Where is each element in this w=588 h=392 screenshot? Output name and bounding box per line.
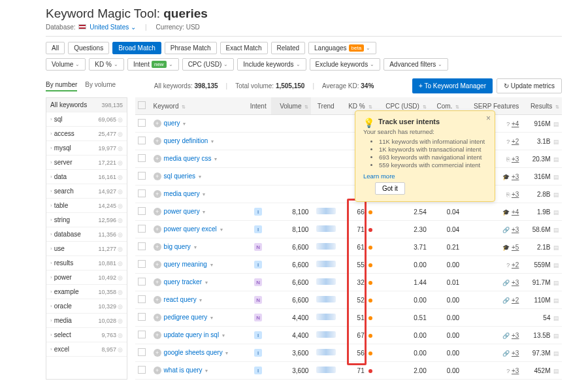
keyword-link[interactable]: pedigree query	[164, 314, 208, 321]
keyword-link[interactable]: react query	[164, 296, 197, 303]
sidebar-item-power[interactable]: › power10,492 ◎	[46, 270, 127, 285]
row-checkbox[interactable]	[138, 295, 146, 303]
database-selector[interactable]: United States ⌄	[90, 24, 136, 31]
chevron-down-icon[interactable]: ▾	[203, 209, 205, 215]
sidebar-item-access[interactable]: › access25,477 ◎	[46, 127, 127, 141]
sidebar-item-select[interactable]: › select9,763 ◎	[46, 328, 127, 342]
expand-icon[interactable]: +	[154, 190, 161, 198]
expand-icon[interactable]: +	[154, 120, 161, 127]
keyword-link[interactable]: update query in sql	[164, 331, 220, 338]
keyword-link[interactable]: power query	[164, 208, 200, 215]
chevron-down-icon[interactable]: ▾	[199, 174, 201, 180]
chevron-down-icon[interactable]: ▾	[205, 280, 208, 286]
chevron-down-icon[interactable]: ▾	[183, 121, 186, 127]
chevron-down-icon[interactable]: ▾	[214, 156, 217, 162]
keyword-link[interactable]: power query excel	[164, 225, 217, 233]
match-tab-questions[interactable]: Questions	[68, 42, 109, 54]
keyword-link[interactable]: query definition	[164, 137, 208, 144]
filter-intent[interactable]: Intent new ⌄	[127, 58, 179, 71]
chevron-down-icon[interactable]: ▾	[205, 368, 208, 374]
expand-icon[interactable]: +	[154, 314, 161, 321]
tab-by-volume[interactable]: By volume	[85, 81, 116, 91]
expand-icon[interactable]: +	[154, 349, 161, 357]
row-checkbox[interactable]	[138, 260, 146, 268]
sidebar-item-oracle[interactable]: › oracle10,329 ◎	[46, 299, 127, 314]
chevron-down-icon[interactable]: ▾	[199, 297, 202, 303]
sidebar-all-keywords[interactable]: All keywords 398,135	[46, 98, 127, 112]
match-tab-exact-match[interactable]: Exact Match	[220, 42, 268, 54]
sidebar-item-example[interactable]: › example10,358 ◎	[46, 285, 127, 299]
row-checkbox[interactable]	[138, 207, 146, 215]
sidebar-item-use[interactable]: › use11,277 ◎	[46, 242, 127, 256]
keyword-link[interactable]: media query	[164, 190, 200, 197]
row-checkbox[interactable]	[138, 242, 146, 250]
sidebar-item-data[interactable]: › data16,161 ◎	[46, 170, 127, 184]
sidebar-item-excel[interactable]: › excel8,957 ◎	[46, 342, 127, 357]
sidebar-item-server[interactable]: › server17,221 ◎	[46, 155, 127, 170]
keyword-link[interactable]: google sheets query	[164, 349, 223, 356]
col-results[interactable]: Results ⇅	[521, 97, 562, 115]
match-tab-all[interactable]: All	[46, 42, 65, 54]
keyword-link[interactable]: media query css	[164, 155, 212, 162]
got-it-button[interactable]: Got it	[375, 182, 405, 195]
row-checkbox[interactable]	[138, 278, 146, 286]
sidebar-item-search[interactable]: › search14,927 ◎	[46, 184, 127, 199]
sidebar-item-table[interactable]: › table14,245 ◎	[46, 199, 127, 213]
keyword-link[interactable]: big query	[164, 243, 191, 250]
chevron-down-icon[interactable]: ▾	[211, 139, 214, 144]
expand-icon[interactable]: +	[154, 278, 161, 286]
close-icon[interactable]: ×	[486, 114, 491, 123]
learn-more-link[interactable]: Learn more	[363, 172, 395, 180]
expand-icon[interactable]: +	[154, 296, 161, 304]
chevron-down-icon[interactable]: ▾	[203, 191, 205, 197]
expand-icon[interactable]: +	[154, 367, 161, 374]
row-checkbox[interactable]	[138, 137, 146, 144]
filter-cpc--usd-[interactable]: CPC (USD) ⌄	[182, 58, 235, 71]
row-checkbox[interactable]	[138, 189, 146, 197]
chevron-down-icon[interactable]: ▾	[222, 333, 225, 338]
row-checkbox[interactable]	[138, 172, 146, 180]
expand-icon[interactable]: +	[154, 225, 161, 233]
keyword-link[interactable]: query tracker	[164, 278, 202, 286]
match-tab-phrase-match[interactable]: Phrase Match	[165, 42, 217, 54]
match-tab-related[interactable]: Related	[271, 42, 305, 54]
languages-dropdown[interactable]: Languages beta ⌄	[308, 42, 376, 54]
row-checkbox[interactable]	[138, 119, 146, 127]
sidebar-item-mysql[interactable]: › mysql19,977 ◎	[46, 141, 127, 155]
filter-exclude-keywords[interactable]: Exclude keywords ⌄	[310, 58, 381, 71]
keyword-link[interactable]: sql queries	[164, 172, 195, 180]
expand-icon[interactable]: +	[154, 243, 161, 251]
row-checkbox[interactable]	[138, 154, 146, 162]
sidebar-item-database[interactable]: › database11,356 ◎	[46, 227, 127, 242]
expand-icon[interactable]: +	[154, 155, 161, 163]
row-checkbox[interactable]	[138, 331, 146, 338]
chevron-down-icon[interactable]: ▾	[194, 244, 197, 250]
sidebar-item-media[interactable]: › media10,028 ◎	[46, 314, 127, 328]
filter-advanced-filters[interactable]: Advanced filters ⌄	[384, 58, 448, 71]
chevron-down-icon[interactable]: ▾	[210, 315, 213, 321]
filter-kd--[interactable]: KD % ⌄	[89, 58, 124, 71]
col-intent[interactable]: Intent	[246, 97, 271, 115]
chevron-down-icon[interactable]: ▾	[220, 227, 223, 233]
col-keyword[interactable]: Keyword ⇅	[151, 97, 246, 115]
keyword-link[interactable]: query meaning	[164, 261, 207, 268]
match-tab-broad-match[interactable]: Broad Match	[112, 42, 161, 54]
row-checkbox[interactable]	[138, 225, 146, 233]
to-keyword-manager-button[interactable]: + To Keyword Manager	[412, 78, 493, 93]
chevron-down-icon[interactable]: ▾	[210, 262, 213, 268]
sidebar-item-sql[interactable]: › sql69,065 ◎	[46, 112, 127, 127]
expand-icon[interactable]: +	[154, 208, 161, 216]
filter-include-keywords[interactable]: Include keywords ⌄	[237, 58, 306, 71]
col-trend[interactable]: Trend	[311, 97, 340, 115]
sidebar-item-string[interactable]: › string12,596 ◎	[46, 213, 127, 227]
tab-by-number[interactable]: By number	[46, 81, 77, 91]
update-metrics-button[interactable]: ↻ Update metrics	[497, 78, 562, 93]
sidebar-item-results[interactable]: › results10,881 ◎	[46, 256, 127, 270]
chevron-down-icon[interactable]: ▾	[225, 350, 228, 356]
keyword-link[interactable]: query	[164, 120, 180, 127]
col-check[interactable]	[135, 97, 151, 115]
col-volume[interactable]: Volume ⇅	[271, 97, 312, 115]
row-checkbox[interactable]	[138, 313, 146, 321]
keyword-link[interactable]: what is query	[164, 367, 203, 374]
expand-icon[interactable]: +	[154, 261, 161, 269]
